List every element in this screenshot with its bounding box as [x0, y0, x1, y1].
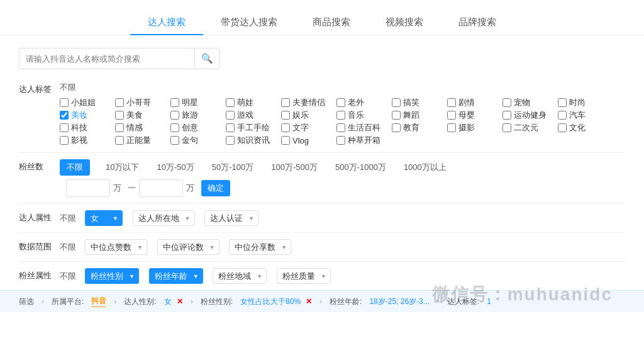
- tab-talent-search[interactable]: 达人搜索: [130, 10, 203, 35]
- gender-close[interactable]: ✕: [177, 297, 183, 306]
- tag-shishang[interactable]: 时尚: [558, 97, 613, 108]
- fans-quality-select[interactable]: 粉丝质量: [277, 268, 331, 284]
- tag-zhongcao[interactable]: 种草开箱: [336, 135, 392, 146]
- fans-50-100w-btn[interactable]: 50万-100万: [205, 159, 260, 176]
- talent-cert-select[interactable]: 达人认证: [204, 210, 258, 226]
- fans-quality-dropdown[interactable]: 粉丝质量: [277, 268, 331, 284]
- talent-attr-row: 达人属性 不限 女 男 不限 达人所在地: [19, 204, 625, 233]
- fans-gender-close[interactable]: ✕: [306, 297, 312, 306]
- tag-jiaoyu[interactable]: 教育: [392, 122, 447, 133]
- fans-1000w-btn[interactable]: 1000万以上: [397, 159, 453, 176]
- tag-zhishi[interactable]: 知识资讯: [226, 135, 281, 146]
- data-shares-select[interactable]: 中位分享数: [229, 239, 291, 255]
- fans-range-unit: 万: [113, 183, 121, 194]
- fans-region-select[interactable]: 粉丝地域: [213, 268, 267, 284]
- tag-meishi[interactable]: 美食: [115, 110, 170, 121]
- tags-filter-label: 达人标签: [19, 82, 60, 95]
- search-box: 🔍: [19, 48, 220, 69]
- arrow-sep-1: ›: [42, 297, 44, 306]
- talent-location-select[interactable]: 达人所在地: [133, 210, 195, 226]
- tag-fuqi[interactable]: 夫妻情侣: [281, 97, 336, 108]
- tag-qinggan[interactable]: 情感: [115, 122, 170, 133]
- tag-lvyou[interactable]: 旅游: [170, 110, 226, 121]
- tag-keji[interactable]: 科技: [60, 122, 115, 133]
- tag-xiaogege[interactable]: 小哥哥: [115, 97, 170, 108]
- data-range-row: 数据范围 不限 中位点赞数 中位评论数 中位分享数: [19, 233, 625, 262]
- data-likes-select[interactable]: 中位点赞数: [85, 239, 147, 255]
- fans-count-content: 不限 10万以下 10万-50万 50万-100万 100万-500万 500万…: [60, 159, 625, 197]
- data-comments-select[interactable]: 中位评论数: [157, 239, 219, 255]
- fans-confirm-btn[interactable]: 确定: [201, 180, 230, 196]
- data-unlimited[interactable]: 不限: [60, 242, 76, 253]
- tab-brand-search[interactable]: 品牌搜索: [441, 10, 514, 35]
- fans-region-dropdown[interactable]: 粉丝地域: [213, 268, 267, 284]
- fans-attr-row: 粉丝属性 不限 粉丝性别 粉丝年龄 粉丝地域: [19, 262, 625, 290]
- talent-location-dropdown[interactable]: 达人所在地: [133, 210, 195, 226]
- fans-gender-dropdown[interactable]: 粉丝性别: [85, 268, 139, 284]
- arrow-sep-4: ›: [319, 297, 322, 306]
- tag-zhengneng[interactable]: 正能量: [115, 135, 170, 146]
- tag-mingxing[interactable]: 明星: [170, 97, 226, 108]
- tag-vlog[interactable]: Vlog: [281, 136, 336, 145]
- fans-attr-content: 不限 粉丝性别 粉丝年龄 粉丝地域: [60, 268, 625, 284]
- fans-unlimited-btn[interactable]: 不限: [60, 159, 90, 176]
- tag-youxi[interactable]: 游戏: [226, 110, 281, 121]
- tag-yule[interactable]: 娱乐: [281, 110, 336, 121]
- search-input[interactable]: [19, 50, 194, 68]
- tag-yingshi[interactable]: 影视: [60, 135, 115, 146]
- fans-count-row: 粉丝数 不限 10万以下 10万-50万 50万-100万 100万-500万 …: [19, 153, 625, 204]
- data-comments-dropdown[interactable]: 中位评论数: [157, 239, 219, 255]
- fans-age-select[interactable]: 粉丝年龄: [149, 268, 203, 284]
- tag-wenzi[interactable]: 文字: [281, 122, 336, 133]
- tag-meizhuang[interactable]: 美妆: [60, 110, 115, 121]
- tag-sheying[interactable]: 摄影: [447, 122, 502, 133]
- tags-line-4: 影视 正能量 金句 知识资讯 Vlog 种草开箱: [60, 135, 613, 146]
- tag-yinyue[interactable]: 音乐: [336, 110, 392, 121]
- fans-10w-btn[interactable]: 10万以下: [99, 159, 146, 176]
- search-button[interactable]: 🔍: [194, 48, 219, 69]
- tag-mengwa[interactable]: 萌娃: [226, 97, 281, 108]
- fans-500-1000w-btn[interactable]: 500万-1000万: [328, 159, 393, 176]
- tags-filter-row: 达人标签 不限 小姐姐 小哥哥 明星 萌娃 夫妻情侣 老外 搞笑 剧情 宠: [19, 76, 625, 153]
- tag-laowai[interactable]: 老外: [336, 97, 392, 108]
- tags-unlimited[interactable]: 不限: [60, 82, 76, 93]
- fans-age-bottom-label: 粉丝年龄:: [330, 296, 362, 307]
- talent-gender-dropdown[interactable]: 女 男 不限: [85, 210, 123, 226]
- tag-wenhua[interactable]: 文化: [558, 122, 613, 133]
- fans-attr-unlimited[interactable]: 不限: [60, 271, 76, 282]
- fans-max-input[interactable]: [139, 179, 183, 197]
- main-container: 达人搜索 带货达人搜索 商品搜索 视频搜索 品牌搜索 🔍 达人标签 不限 小姐姐…: [0, 0, 644, 338]
- bottom-filter-bar: 筛选 › 所属平台: 抖音 › 达人性别: 女 ✕ › 粉丝性别: 女性占比大于…: [0, 290, 644, 312]
- tag-chuangyi[interactable]: 创意: [170, 122, 226, 133]
- tag-yundong[interactable]: 运动健身: [502, 110, 558, 121]
- tab-product-search[interactable]: 商品搜索: [295, 10, 368, 35]
- fans-gender-select[interactable]: 粉丝性别: [85, 268, 139, 284]
- tag-shougong[interactable]: 手工手绘: [226, 122, 281, 133]
- talent-cert-dropdown[interactable]: 达人认证: [204, 210, 258, 226]
- fans-10-50w-btn[interactable]: 10万-50万: [150, 159, 201, 176]
- tag-chongwu[interactable]: 宠物: [502, 97, 558, 108]
- talent-tag-bottom-value: 1: [487, 297, 491, 306]
- fans-100-500w-btn[interactable]: 100万-500万: [264, 159, 325, 176]
- tag-wudao[interactable]: 舞蹈: [392, 110, 447, 121]
- fans-min-input[interactable]: [66, 179, 110, 197]
- tag-xiaojiejie[interactable]: 小姐姐: [60, 97, 115, 108]
- platform-label: 所属平台:: [52, 296, 84, 307]
- gender-value: 女: [164, 296, 172, 307]
- fans-gender-value: 女性占比大于80%: [240, 296, 301, 307]
- fans-age-dropdown[interactable]: 粉丝年龄: [149, 268, 203, 284]
- tag-qiche[interactable]: 汽车: [558, 110, 613, 121]
- platform-value[interactable]: 抖音: [91, 296, 106, 307]
- tag-shenghuo[interactable]: 生活百科: [336, 122, 392, 133]
- tag-jingju[interactable]: 金句: [170, 135, 226, 146]
- tag-gaoxiao[interactable]: 搞笑: [392, 97, 447, 108]
- tag-erciyuan[interactable]: 二次元: [502, 122, 558, 133]
- tag-muying[interactable]: 母婴: [447, 110, 502, 121]
- talent-gender-select[interactable]: 女 男 不限: [85, 210, 123, 226]
- talent-unlimited[interactable]: 不限: [60, 213, 76, 224]
- tab-video-search[interactable]: 视频搜索: [368, 10, 441, 35]
- tab-delivery-search[interactable]: 带货达人搜索: [203, 10, 295, 35]
- data-likes-dropdown[interactable]: 中位点赞数: [85, 239, 147, 255]
- data-shares-dropdown[interactable]: 中位分享数: [229, 239, 291, 255]
- tag-juqing[interactable]: 剧情: [447, 97, 502, 108]
